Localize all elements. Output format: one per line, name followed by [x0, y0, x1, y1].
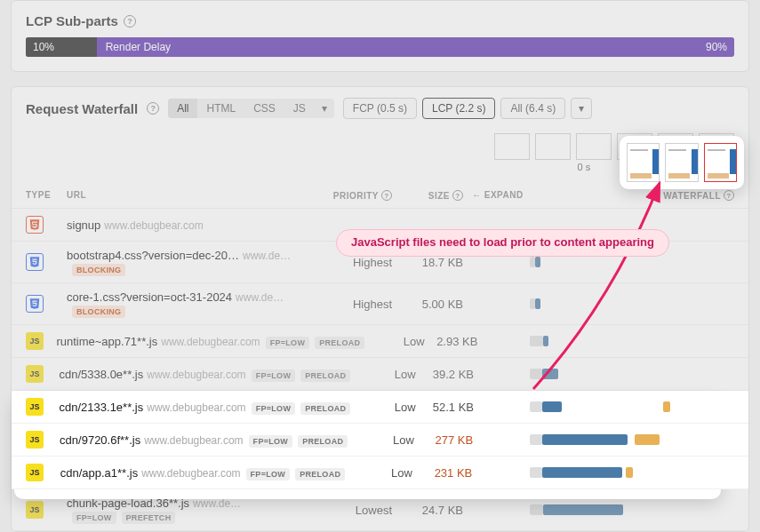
filter-fcp[interactable]: FCP (0.5 s): [343, 98, 417, 119]
help-icon[interactable]: ?: [124, 15, 136, 28]
tag-preload: PRELOAD: [315, 337, 364, 349]
col-type[interactable]: TYPE: [26, 190, 67, 201]
size-value: 277 KB: [414, 433, 473, 447]
request-domain: www.de…: [236, 291, 284, 304]
js-icon: JS: [26, 431, 44, 449]
filter-js[interactable]: JS: [284, 99, 315, 118]
filter-html[interactable]: HTML: [197, 99, 244, 118]
request-url: cdn/9720.6f**.js: [60, 433, 140, 447]
size-value: 39.2 KB: [416, 368, 474, 381]
type-filter-group: All HTML CSS JS ▾: [168, 99, 334, 118]
filmstrip-frame-hl-lcp: [704, 143, 737, 182]
lcp-seg-render-delay: Render Delay 90%: [97, 37, 734, 57]
help-icon[interactable]: ?: [452, 190, 463, 201]
waterfall-bar: [530, 503, 734, 517]
request-url: cdn/app.a1**.js: [60, 466, 138, 480]
priority-value: Low: [364, 335, 424, 348]
priority-value: Highest: [312, 256, 392, 269]
waterfall-bar: [530, 433, 734, 447]
request-url: signup: [67, 218, 100, 232]
priority-value: Low: [350, 368, 415, 381]
js-icon: JS: [26, 501, 44, 519]
js-icon: JS: [26, 464, 44, 481]
priority-value: Highest: [312, 298, 392, 311]
lcp-seg-ttfb: 10%: [26, 37, 97, 57]
tag-preload: PRELOAD: [298, 435, 348, 448]
filter-css[interactable]: CSS: [244, 99, 284, 118]
priority-value: Low: [350, 401, 415, 414]
filmstrip-frame[interactable]: [576, 133, 612, 160]
css-icon: [26, 253, 44, 271]
js-icon: JS: [26, 398, 44, 416]
tag-fp-low: FP=LOW: [252, 369, 296, 382]
tag-blocking: BLOCKING: [72, 264, 125, 276]
time-filter-group: FCP (0.5 s) LCP (2.2 s) All (6.4 s) ▾: [343, 98, 592, 119]
request-domain: www.debugbear.com: [141, 467, 240, 480]
col-size[interactable]: SIZE?: [392, 190, 463, 201]
tag-fp-low: FP=LOW: [246, 468, 291, 480]
help-icon[interactable]: ?: [724, 190, 734, 201]
table-row[interactable]: JScdn/app.a1**.jswww.debugbear.comFP=LOW…: [12, 457, 748, 489]
priority-value: Lowest: [312, 504, 392, 517]
size-value: 231 KB: [412, 466, 472, 480]
priority-value: Low: [345, 466, 412, 480]
js-icon: JS: [26, 365, 44, 383]
filter-all-time[interactable]: All (6.4 s): [500, 98, 565, 119]
js-icon: JS: [26, 332, 44, 350]
col-url[interactable]: URL: [67, 190, 312, 201]
priority-value: Low: [348, 433, 414, 447]
request-domain: www.de…: [243, 250, 291, 262]
tag-fp-low: FP=LOW: [266, 337, 310, 349]
request-domain: www.debugbear.com: [104, 219, 203, 232]
filmstrip-frame[interactable]: [535, 133, 571, 160]
help-icon[interactable]: ?: [147, 102, 159, 115]
lcp-bar: 10% Render Delay 90%: [26, 37, 734, 57]
filter-time-dropdown[interactable]: ▾: [571, 98, 592, 119]
col-priority[interactable]: PRIORITY?: [312, 190, 392, 201]
request-url: runtime~app.71**.js: [56, 335, 157, 348]
tag-preload: PRELOAD: [295, 468, 345, 480]
table-row[interactable]: JScdn/9720.6f**.jswww.debugbear.comFP=LO…: [12, 424, 748, 457]
size-value: 5.00 KB: [392, 298, 463, 311]
annotation-callout: JavaScript files need to load prior to c…: [336, 229, 669, 257]
lcp-subparts-card: LCP Sub-parts ? 10% Render Delay 90%: [11, 0, 749, 72]
filter-all[interactable]: All: [168, 99, 197, 118]
waterfall-title: Request Waterfall: [26, 101, 138, 116]
tag-fp-low: FP=LOW: [252, 402, 296, 415]
help-icon[interactable]: ?: [381, 190, 392, 201]
filter-more-dropdown[interactable]: ▾: [315, 99, 334, 118]
html-icon: [26, 216, 44, 234]
request-domain: www.debugbear.com: [147, 401, 245, 414]
tag-fp-low: FP=LOW: [72, 512, 116, 524]
request-domain: www.debugbear.com: [147, 369, 245, 381]
size-value: 24.7 KB: [392, 504, 463, 517]
css-icon: [26, 295, 44, 313]
request-domain: www.debugbear.com: [144, 434, 243, 447]
tag-fp-low: FP=LOW: [249, 435, 293, 448]
waterfall-bar: [530, 465, 734, 480]
size-value: 2.93 KB: [425, 335, 478, 348]
tag-preload: PRELOAD: [300, 369, 350, 382]
tag-prefetch: PREFETCH: [122, 512, 176, 524]
size-value: 52.1 KB: [416, 401, 474, 414]
request-domain: www.de…: [193, 497, 241, 510]
tag-preload: PRELOAD: [300, 402, 350, 415]
request-url: bootstrap4.css?version=dec-20…: [67, 249, 239, 262]
tag-blocking: BLOCKING: [72, 306, 125, 318]
filmstrip-frame[interactable]: [494, 133, 530, 160]
annotation-arrow: [498, 167, 693, 416]
size-value: 18.7 KB: [392, 256, 463, 269]
filter-lcp[interactable]: LCP (2.2 s): [422, 98, 495, 119]
request-url: cdn/5338.0e**.js: [60, 368, 144, 381]
request-url: core-1.css?version=oct-31-2024: [67, 290, 232, 304]
lcp-title: LCP Sub-parts: [26, 13, 118, 28]
request-url: cdn/2133.1e**.js: [60, 401, 144, 414]
request-domain: www.debugbear.com: [161, 336, 260, 348]
